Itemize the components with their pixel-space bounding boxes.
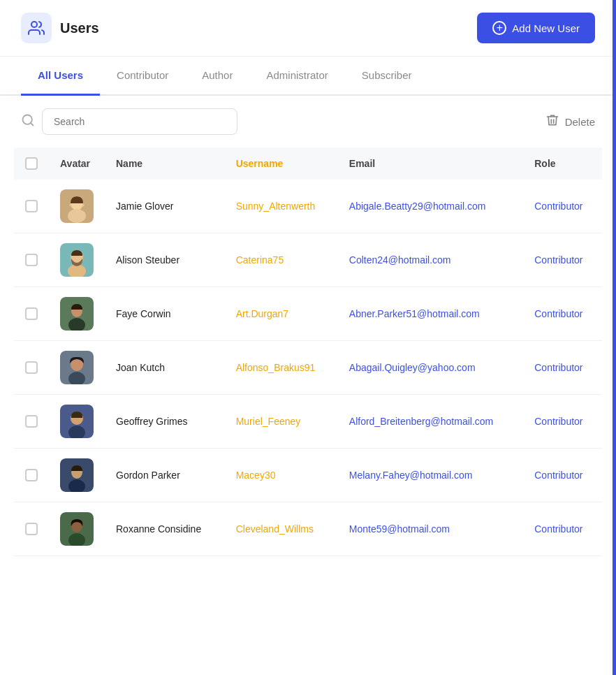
users-table-container: Avatar Name Username Email Role Jamie Gl… <box>0 147 616 556</box>
row-checkbox-cell <box>14 287 49 341</box>
avatar <box>60 297 94 331</box>
tab-subscriber[interactable]: Subscriber <box>345 57 429 96</box>
row-role: Contributor <box>523 233 602 287</box>
svg-line-2 <box>31 122 34 125</box>
search-area <box>21 108 237 135</box>
row-avatar-cell <box>49 233 105 287</box>
header-name: Name <box>105 147 225 180</box>
avatar <box>60 458 94 492</box>
page-header: Users + Add New User <box>0 0 616 57</box>
table-row: Geoffrey Grimes Muriel_Feeney Alford_Bre… <box>14 395 602 449</box>
header-role: Role <box>523 147 602 180</box>
users-table: Avatar Name Username Email Role Jamie Gl… <box>14 147 602 556</box>
row-avatar-cell <box>49 502 105 556</box>
row-checkbox[interactable] <box>25 200 38 212</box>
row-checkbox[interactable] <box>25 307 38 320</box>
add-new-user-button[interactable]: + Add New User <box>477 13 595 43</box>
row-name: Roxanne Considine <box>105 502 225 556</box>
avatar <box>60 243 94 277</box>
row-avatar-cell <box>49 287 105 341</box>
row-email: Abner.Parker51@hotmail.com <box>338 287 523 341</box>
table-row: Gordon Parker Macey30 Melany.Fahey@hotma… <box>14 449 602 502</box>
row-checkbox[interactable] <box>25 415 38 428</box>
row-name: Joan Kutch <box>105 341 225 395</box>
tab-contributor[interactable]: Contributor <box>100 57 185 96</box>
row-role: Contributor <box>523 287 602 341</box>
row-avatar-cell <box>49 449 105 502</box>
row-username: Sunny_Altenwerth <box>225 180 338 233</box>
delete-area[interactable]: Delete <box>545 113 595 131</box>
row-email: Monte59@hotmail.com <box>338 502 523 556</box>
delete-label: Delete <box>565 116 595 128</box>
row-name: Faye Corwin <box>105 287 225 341</box>
row-checkbox-cell <box>14 395 49 449</box>
search-input[interactable] <box>42 108 237 135</box>
row-username: Cleveland_Willms <box>225 502 338 556</box>
add-user-label: Add New User <box>512 22 580 34</box>
search-icon <box>21 113 35 131</box>
row-avatar-cell <box>49 395 105 449</box>
row-checkbox[interactable] <box>25 523 38 535</box>
row-username: Caterina75 <box>225 233 338 287</box>
row-email: Abagail.Quigley@yahoo.com <box>338 341 523 395</box>
table-header-row: Avatar Name Username Email Role <box>14 147 602 180</box>
header-avatar: Avatar <box>49 147 105 180</box>
trash-icon <box>545 113 559 131</box>
table-row: Roxanne Considine Cleveland_Willms Monte… <box>14 502 602 556</box>
header-checkbox-col <box>14 147 49 180</box>
row-role: Contributor <box>523 502 602 556</box>
row-name: Alison Steuber <box>105 233 225 287</box>
row-role: Contributor <box>523 449 602 502</box>
row-checkbox-cell <box>14 341 49 395</box>
table-row: Alison Steuber Caterina75 Colten24@hotma… <box>14 233 602 287</box>
page-title: Users <box>60 20 99 36</box>
row-avatar-cell <box>49 180 105 233</box>
row-role: Contributor <box>523 341 602 395</box>
row-role: Contributor <box>523 395 602 449</box>
row-checkbox-cell <box>14 180 49 233</box>
row-username: Muriel_Feeney <box>225 395 338 449</box>
row-username: Alfonso_Brakus91 <box>225 341 338 395</box>
app-icon-box <box>21 13 52 43</box>
select-all-checkbox[interactable] <box>25 157 38 170</box>
row-checkbox-cell <box>14 233 49 287</box>
svg-point-0 <box>31 22 37 27</box>
right-accent-border <box>613 0 616 675</box>
tabs-nav: All Users Contributor Author Administrat… <box>0 57 616 96</box>
row-checkbox-cell <box>14 449 49 502</box>
avatar <box>60 189 94 223</box>
row-email: Colten24@hotmail.com <box>338 233 523 287</box>
users-icon <box>28 20 45 36</box>
row-email: Alford_Breitenberg@hotmail.com <box>338 395 523 449</box>
row-name: Geoffrey Grimes <box>105 395 225 449</box>
table-row: Joan Kutch Alfonso_Brakus91 Abagail.Quig… <box>14 341 602 395</box>
row-name: Jamie Glover <box>105 180 225 233</box>
avatar <box>60 405 94 438</box>
row-checkbox[interactable] <box>25 361 38 374</box>
table-row: Faye Corwin Art.Durgan7 Abner.Parker51@h… <box>14 287 602 341</box>
tab-administrator[interactable]: Administrator <box>249 57 344 96</box>
row-role: Contributor <box>523 180 602 233</box>
avatar <box>60 351 94 384</box>
row-avatar-cell <box>49 341 105 395</box>
row-checkbox-cell <box>14 502 49 556</box>
toolbar: Delete <box>0 96 616 147</box>
row-checkbox[interactable] <box>25 254 38 266</box>
avatar <box>60 512 94 546</box>
svg-point-5 <box>68 209 86 223</box>
plus-icon: + <box>492 21 506 35</box>
tab-all-users[interactable]: All Users <box>21 57 100 96</box>
header-left: Users <box>21 13 99 43</box>
row-email: Melany.Fahey@hotmail.com <box>338 449 523 502</box>
row-checkbox[interactable] <box>25 469 38 481</box>
table-row: Jamie Glover Sunny_Altenwerth Abigale.Be… <box>14 180 602 233</box>
row-email: Abigale.Beatty29@hotmail.com <box>338 180 523 233</box>
row-name: Gordon Parker <box>105 449 225 502</box>
tab-author[interactable]: Author <box>185 57 249 96</box>
row-username: Macey30 <box>225 449 338 502</box>
header-email: Email <box>338 147 523 180</box>
row-username: Art.Durgan7 <box>225 287 338 341</box>
header-username: Username <box>225 147 338 180</box>
